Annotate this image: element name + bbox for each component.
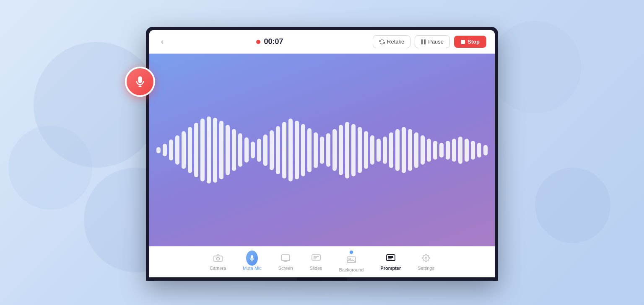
retake-label: Retake <box>387 39 404 45</box>
settings-icon <box>420 252 432 264</box>
wave-bar-5 <box>188 127 192 173</box>
svg-point-9 <box>425 257 427 259</box>
wave-bar-50 <box>471 141 475 160</box>
wave-bar-14 <box>244 137 249 163</box>
wave-bar-6 <box>194 123 198 177</box>
toolbar-item-settings[interactable]: Settings <box>418 252 434 271</box>
wave-bar-48 <box>458 137 462 164</box>
wave-bar-46 <box>446 141 450 160</box>
svg-rect-4 <box>281 255 290 261</box>
bg-decoration-5 <box>535 168 610 243</box>
wave-bar-29 <box>339 125 343 175</box>
microphone-icon <box>134 76 146 88</box>
stop-icon <box>461 40 465 44</box>
toolbar-item-mic[interactable]: Muta Mic <box>243 252 262 271</box>
toolbar-item-slides[interactable]: Slides <box>310 252 322 271</box>
wave-bar-18 <box>270 130 274 170</box>
wave-bar-38 <box>395 129 400 171</box>
top-controls: Retake Pause Stop <box>373 35 486 48</box>
screen-label: Screen <box>278 266 293 271</box>
wave-bar-41 <box>414 132 418 168</box>
wave-bar-32 <box>358 127 362 173</box>
wave-bar-13 <box>238 133 242 167</box>
wave-bar-51 <box>477 143 481 158</box>
toolbar-item-background[interactable]: Background <box>339 251 364 272</box>
wave-bar-21 <box>288 119 293 181</box>
stop-button[interactable]: Stop <box>454 36 486 48</box>
wave-bar-7 <box>200 119 205 181</box>
wave-bar-15 <box>251 142 255 158</box>
mic-float-button[interactable] <box>125 67 155 97</box>
pause-label: Pause <box>428 39 444 45</box>
timer-display: 00:07 <box>264 37 283 46</box>
wave-bar-30 <box>345 122 349 178</box>
toolbar-item-prompter[interactable]: Prompter <box>380 252 401 271</box>
wave-bar-42 <box>421 135 425 165</box>
wave-bar-26 <box>320 137 324 164</box>
bg-decoration-2 <box>8 126 92 209</box>
recording-status: 00:07 <box>256 37 283 46</box>
wave-bar-8 <box>207 116 211 184</box>
wave-bar-28 <box>332 129 337 171</box>
wave-bar-45 <box>439 143 444 158</box>
back-button[interactable]: ‹ <box>158 36 167 48</box>
wave-bar-44 <box>433 141 437 160</box>
mic-active-icon <box>249 255 255 261</box>
stop-label: Stop <box>467 39 480 45</box>
laptop-screen: ‹ 00:07 Retake <box>146 27 498 281</box>
camera-icon <box>212 252 224 264</box>
prompter-icon <box>385 252 397 264</box>
wave-bar-34 <box>370 135 374 165</box>
wave-bar-40 <box>408 129 412 171</box>
svg-point-3 <box>216 257 219 260</box>
laptop-notch <box>297 277 347 281</box>
pause-button[interactable]: Pause <box>415 35 450 48</box>
svg-rect-6 <box>347 257 356 263</box>
waveform-area <box>149 54 495 246</box>
wave-bar-3 <box>175 135 179 165</box>
wave-bar-43 <box>427 139 431 162</box>
camera-label: Camera <box>210 266 226 271</box>
wave-bar-19 <box>276 126 280 174</box>
pause-icon <box>421 39 426 45</box>
background-icon <box>345 254 357 266</box>
wave-bar-25 <box>314 132 318 168</box>
wave-bar-27 <box>326 133 330 167</box>
retake-button[interactable]: Retake <box>373 35 410 48</box>
toolbar-item-camera[interactable]: Camera <box>210 252 226 271</box>
wave-bar-20 <box>282 122 286 178</box>
prompter-label: Prompter <box>380 266 401 271</box>
wave-bar-11 <box>226 125 230 175</box>
wave-bar-52 <box>483 145 488 155</box>
wave-bar-2 <box>169 140 173 160</box>
wave-bar-17 <box>263 134 267 166</box>
wave-bar-36 <box>383 137 387 164</box>
svg-rect-0 <box>421 39 423 44</box>
toolbar-item-screen[interactable]: Screen <box>278 252 293 271</box>
retake-icon <box>379 39 385 45</box>
mic-toolbar-icon <box>246 252 258 264</box>
wave-bar-0 <box>156 147 161 153</box>
background-dot <box>350 251 353 254</box>
laptop-wrapper: ‹ 00:07 Retake <box>133 27 511 278</box>
wave-bar-9 <box>213 118 217 183</box>
laptop-inner: ‹ 00:07 Retake <box>149 30 495 277</box>
waveform-container <box>156 108 488 192</box>
recording-dot <box>256 40 260 44</box>
svg-rect-1 <box>424 39 426 44</box>
wave-bar-35 <box>377 139 381 162</box>
screen-icon <box>280 252 291 264</box>
wave-bar-22 <box>295 121 299 179</box>
wave-bar-23 <box>301 124 305 176</box>
wave-bar-37 <box>389 132 393 168</box>
wave-bar-4 <box>182 131 186 169</box>
svg-rect-2 <box>214 256 222 261</box>
background-label: Background <box>339 267 364 272</box>
wave-bar-39 <box>402 127 406 173</box>
wave-bar-10 <box>219 121 223 179</box>
wave-bar-24 <box>307 128 312 172</box>
top-bar: ‹ 00:07 Retake <box>149 30 495 54</box>
wave-bar-49 <box>465 139 469 162</box>
mic-label: Muta Mic <box>243 266 262 271</box>
wave-bar-31 <box>351 124 356 176</box>
